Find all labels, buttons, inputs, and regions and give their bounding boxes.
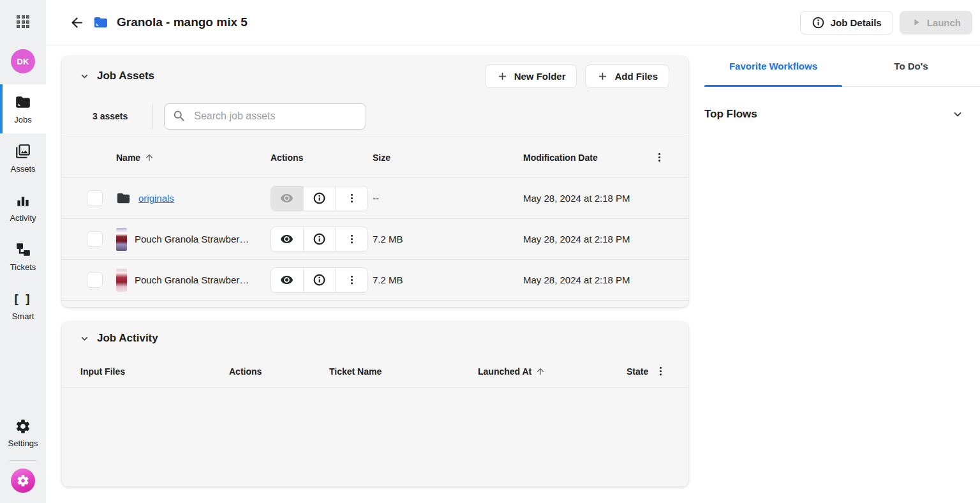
asset-size: --: [373, 193, 523, 204]
row-menu-button[interactable]: [336, 186, 368, 211]
add-files-button[interactable]: Add Files: [585, 64, 669, 88]
row-menu-button[interactable]: [336, 268, 368, 292]
job-assets-card: Job Assets New Folder Add Files 3 assets…: [62, 56, 688, 307]
back-button[interactable]: [69, 15, 85, 31]
search-box: [164, 103, 366, 130]
col-ticket-name-header[interactable]: Ticket Name: [329, 366, 382, 377]
info-button[interactable]: [304, 186, 336, 211]
sidebar-item-label: Settings: [8, 439, 38, 448]
asset-name[interactable]: Pouch Granola Strawber…: [135, 274, 249, 285]
job-activity-title: Job Activity: [97, 332, 158, 345]
asset-modified-date: May 28, 2024 at 2:18 PM: [523, 234, 653, 244]
asset-size: 7.2 MB: [373, 274, 523, 285]
sidebar-item-label: Jobs: [14, 115, 31, 124]
sidebar-item-tickets[interactable]: Tickets: [0, 232, 46, 281]
info-icon: [812, 16, 825, 29]
launch-label: Launch: [927, 17, 961, 28]
avatar[interactable]: DK: [11, 49, 35, 73]
search-input[interactable]: [193, 110, 358, 123]
col-date-header[interactable]: Modification Date: [523, 153, 598, 163]
activity-empty-body: [62, 388, 688, 484]
row-checkbox[interactable]: [87, 272, 103, 288]
smart-brackets-icon: [ ]: [15, 290, 32, 307]
row-checkbox[interactable]: [87, 190, 103, 206]
col-name-header[interactable]: Name: [116, 153, 140, 163]
settings-gear-icon: [15, 418, 31, 435]
asset-name-link[interactable]: originals: [138, 193, 174, 204]
jobs-folder-icon: [15, 94, 31, 110]
right-panel-tabs: Favorite Workflows To Do's: [704, 46, 980, 87]
sidebar: DK Jobs Assets Activity Tickets: [0, 0, 46, 503]
app-grid-icon: [17, 15, 29, 28]
folder-icon: [116, 191, 131, 206]
preview-eye-button[interactable]: [271, 268, 304, 292]
assets-photos-icon: [15, 143, 31, 160]
preview-eye-button: [271, 186, 304, 211]
sidebar-item-smart[interactable]: [ ] Smart: [0, 281, 46, 330]
table-header-row: Name Actions Size Modification Date: [62, 137, 688, 177]
sidebar-item-label: Smart: [12, 312, 34, 321]
info-button[interactable]: [304, 268, 336, 292]
divider: [152, 103, 152, 129]
job-assets-collapse-button[interactable]: [79, 71, 90, 82]
tab-favorite-workflows[interactable]: Favorite Workflows: [704, 46, 842, 86]
preview-eye-button[interactable]: [271, 227, 304, 252]
sidebar-bottom: Settings: [0, 412, 46, 503]
activity-bars-icon: [15, 192, 31, 209]
asset-name[interactable]: Pouch Granola Strawber…: [135, 234, 249, 244]
sidebar-item-jobs[interactable]: Jobs: [0, 84, 46, 133]
row-checkbox[interactable]: [87, 231, 103, 247]
sidebar-nav: Jobs Assets Activity Tickets [ ] Smart: [0, 84, 46, 330]
activity-columns-menu-button[interactable]: [655, 365, 667, 377]
job-activity-card: Job Activity Input Files Actions Ticket …: [62, 322, 688, 486]
app-grid-button[interactable]: [14, 13, 32, 31]
activity-header-row: Input Files Actions Ticket Name Launched…: [62, 355, 688, 388]
asset-size: 7.2 MB: [373, 234, 523, 244]
table-row: Pouch Granola Strawber… 7.2 MB May 28, 2…: [62, 218, 688, 259]
table-row: originals -- May 28, 2024 at 2:18 PM: [62, 177, 688, 218]
col-size-header[interactable]: Size: [373, 153, 390, 163]
table-columns-menu-button[interactable]: [653, 151, 665, 163]
new-folder-button[interactable]: New Folder: [485, 64, 577, 88]
job-details-button[interactable]: Job Details: [800, 11, 893, 34]
search-icon: [172, 109, 186, 123]
top-flows-section: Top Flows: [704, 108, 980, 121]
job-details-label: Job Details: [831, 17, 882, 28]
info-button[interactable]: [304, 227, 336, 252]
page-title: Granola - mango mix 5: [117, 15, 248, 29]
top-bar: Granola - mango mix 5 Job Details Launch: [46, 0, 980, 45]
job-assets-table: Name Actions Size Modification Date orig…: [62, 137, 688, 307]
plus-icon: [597, 70, 609, 82]
row-menu-button[interactable]: [336, 227, 368, 252]
table-row: Pouch Granola Strawber… 7.2 MB May 28, 2…: [62, 259, 688, 300]
brand-gear-icon: [16, 474, 30, 488]
col-state-header[interactable]: State: [627, 366, 648, 377]
sidebar-item-label: Tickets: [10, 262, 36, 272]
job-folder-icon: [93, 15, 108, 30]
row-actions-group: [271, 227, 368, 252]
asset-count: 3 assets: [93, 111, 128, 121]
tab-to-dos[interactable]: To Do's: [842, 46, 980, 86]
sort-up-icon: [535, 366, 546, 377]
col-actions-header: Actions: [229, 366, 262, 377]
sidebar-item-assets[interactable]: Assets: [0, 133, 46, 183]
plus-icon: [496, 70, 509, 82]
job-activity-collapse-button[interactable]: [79, 333, 90, 344]
play-icon: [911, 17, 921, 27]
asset-thumbnail: [116, 269, 127, 292]
asset-thumbnail: [116, 228, 127, 251]
top-flows-collapse-button[interactable]: [951, 108, 964, 121]
sidebar-item-activity[interactable]: Activity: [0, 183, 46, 232]
launch-button[interactable]: Launch: [900, 11, 972, 34]
brand-gear-button[interactable]: [11, 469, 35, 493]
sidebar-item-label: Assets: [10, 164, 35, 174]
col-launched-at-header[interactable]: Launched At: [478, 366, 531, 377]
tickets-workflow-icon: [15, 241, 31, 258]
new-folder-label: New Folder: [514, 71, 566, 82]
top-bar-actions: Job Details Launch: [800, 11, 972, 34]
job-assets-title: Job Assets: [97, 70, 154, 82]
sidebar-item-settings[interactable]: Settings: [0, 412, 46, 454]
sidebar-item-label: Activity: [10, 213, 36, 223]
row-actions-group: [271, 267, 368, 293]
top-flows-title: Top Flows: [704, 108, 757, 121]
